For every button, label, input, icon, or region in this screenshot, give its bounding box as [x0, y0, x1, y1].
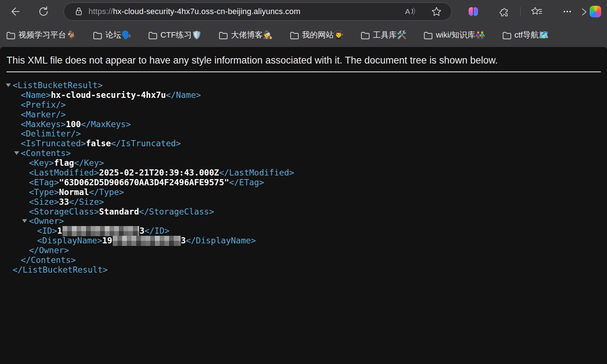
- xml-line: <Size>33</Size>: [0, 197, 607, 207]
- folder-icon: [289, 30, 299, 40]
- browser-toolbar: https://hx-cloud-security-4hx7u.oss-cn-b…: [0, 0, 607, 23]
- xml-line: <Key>flag</Key>: [0, 158, 607, 168]
- xml-line: <IsTruncated>false</IsTruncated>: [0, 139, 607, 148]
- xml-line: <LastModified>2025-02-21T20:39:43.000Z</…: [0, 168, 607, 178]
- xml-line: <Name>hx-cloud-security-4hx7u</Name>: [0, 90, 607, 100]
- url-text: https://hx-cloud-security-4hx7u.oss-cn-b…: [89, 7, 301, 16]
- more-menu-button[interactable]: [561, 5, 574, 18]
- xml-text-value: 3: [139, 226, 145, 235]
- xml-tag: <ID>: [37, 226, 57, 235]
- xml-tag: <Prefix/>: [21, 100, 66, 109]
- xml-style-notice: This XML file does not appear to have an…: [7, 55, 600, 66]
- xml-line: <Prefix/>: [0, 100, 607, 110]
- xml-tag: </Contents>: [21, 255, 76, 265]
- bookmark-folder-item[interactable]: CTF练习🛡️: [148, 30, 202, 40]
- xml-line: </Owner>: [0, 246, 607, 255]
- bookmark-folder-item[interactable]: 我的网站👨‍🎓: [289, 30, 344, 40]
- url-scheme: https://: [89, 7, 113, 16]
- xml-tag: <Name>: [21, 90, 51, 100]
- redacted-blur: [63, 226, 139, 236]
- refresh-button[interactable]: [37, 5, 50, 18]
- brain-icon: [468, 6, 478, 17]
- xml-line: <MaxKeys>100</MaxKeys>: [0, 120, 607, 129]
- xml-line: <Contents>: [0, 148, 607, 158]
- folder-icon: [148, 30, 158, 40]
- xml-tag: <ListBucketResult>: [13, 81, 103, 90]
- bookmark-label: 我的网站👨‍🎓: [302, 30, 344, 40]
- folder-icon: [423, 30, 433, 40]
- xml-tag: </DisplayName>: [186, 236, 256, 245]
- ellipsis-icon: [562, 6, 573, 17]
- address-bar[interactable]: https://hx-cloud-security-4hx7u.oss-cn-b…: [64, 3, 452, 21]
- xml-tag: </Owner>: [29, 246, 69, 255]
- folder-icon: [6, 30, 16, 40]
- bookmark-folder-item[interactable]: 大佬博客🕵️: [218, 30, 272, 40]
- xml-line: <StorageClass>Standard</StorageClass>: [0, 207, 607, 217]
- xml-text-value: Standard: [99, 207, 139, 216]
- url-host: hx-cloud-security-4hx7u.oss-cn-beijing.a…: [113, 7, 301, 16]
- xml-tag: </LastModified>: [219, 168, 294, 177]
- bookmarks-overflow-button[interactable]: [578, 6, 590, 18]
- xml-text-value: hx-cloud-security-4hx7u: [51, 90, 166, 100]
- bookmark-label: 论坛🗣️: [105, 30, 131, 40]
- xml-tag: <LastModified>: [29, 168, 99, 177]
- xml-tag: </ListBucketResult>: [13, 265, 108, 274]
- disclosure-triangle-icon[interactable]: [14, 151, 19, 155]
- bookmark-folder-item[interactable]: 视频学习平台🐐: [6, 30, 76, 40]
- xml-text-value: Normal: [59, 187, 89, 197]
- xml-tag: <Type>: [29, 187, 59, 197]
- xml-line: <Owner>: [0, 216, 607, 226]
- disclosure-triangle-icon[interactable]: [6, 83, 11, 87]
- xml-text-value: 19: [102, 236, 112, 245]
- folder-icon: [360, 30, 370, 40]
- bookmark-label: 大佬博客🕵️: [231, 30, 272, 40]
- brain-extension-button[interactable]: [467, 5, 480, 18]
- collections-star-icon: [531, 6, 542, 17]
- xml-text-value: 100: [66, 120, 81, 129]
- xml-line: <Type>Normal</Type>: [0, 187, 607, 197]
- back-button[interactable]: [9, 5, 22, 18]
- xml-tag: </Type>: [89, 187, 124, 197]
- xml-text-value: flag: [54, 158, 74, 168]
- bookmarks-bar: 视频学习平台🐐 论坛🗣️ CTF练习🛡️ 大佬博客🕵️ 我的网站👨‍🎓 工具库🛠…: [0, 23, 607, 47]
- xml-tag: <MaxKeys>: [21, 120, 66, 129]
- disclosure-triangle-icon[interactable]: [22, 219, 27, 223]
- xml-text-value: 2025-02-21T20:39:43.000Z: [99, 168, 219, 177]
- bookmark-label: 视频学习平台🐐: [18, 30, 76, 40]
- xml-tag: <Contents>: [21, 148, 71, 158]
- xml-tag: <Owner>: [29, 216, 64, 226]
- xml-line: <Marker/>: [0, 110, 607, 120]
- xml-document-tree: <ListBucketResult><Name>hx-cloud-securit…: [0, 81, 607, 275]
- refresh-icon: [38, 6, 49, 17]
- extensions-button[interactable]: [498, 5, 511, 18]
- bookmark-label: CTF练习🛡️: [160, 30, 202, 40]
- favorite-star-icon[interactable]: [431, 6, 442, 17]
- bookmark-folder-item[interactable]: 论坛🗣️: [92, 30, 131, 40]
- xml-tag: <IsTruncated>: [21, 139, 86, 148]
- svg-text:A: A: [405, 7, 410, 16]
- read-aloud-icon[interactable]: A: [404, 6, 416, 17]
- bookmark-folder-item[interactable]: ctf导航🗺️: [502, 30, 549, 40]
- bookmark-folder-item[interactable]: 工具库🛠️: [360, 30, 406, 40]
- bookmark-label: ctf导航🗺️: [515, 30, 549, 40]
- collections-button[interactable]: [530, 5, 543, 18]
- xml-text-value: false: [86, 139, 111, 148]
- bookmark-folder-item[interactable]: wiki/知识库👫: [423, 30, 485, 40]
- bookmark-label: 工具库🛠️: [373, 30, 406, 40]
- notice-divider: [7, 72, 601, 72]
- folder-icon: [218, 30, 228, 40]
- xml-line: <DisplayName>193</DisplayName>: [0, 236, 607, 246]
- xml-line: <ID>13</ID>: [0, 226, 607, 236]
- xml-tag: </MaxKeys>: [81, 120, 131, 129]
- xml-tag: </Name>: [166, 90, 201, 100]
- xml-tag: </ID>: [145, 226, 169, 235]
- web-page-content: This XML file does not appear to have an…: [0, 47, 607, 364]
- chevron-right-icon: [579, 7, 589, 17]
- copilot-button[interactable]: [589, 5, 602, 18]
- xml-text-value: 33: [59, 197, 69, 207]
- xml-tag: </Size>: [69, 197, 104, 207]
- lock-icon[interactable]: [74, 6, 83, 17]
- copilot-icon: [590, 6, 601, 17]
- xml-line: </Contents>: [0, 255, 607, 265]
- xml-line: <ListBucketResult>: [0, 81, 607, 90]
